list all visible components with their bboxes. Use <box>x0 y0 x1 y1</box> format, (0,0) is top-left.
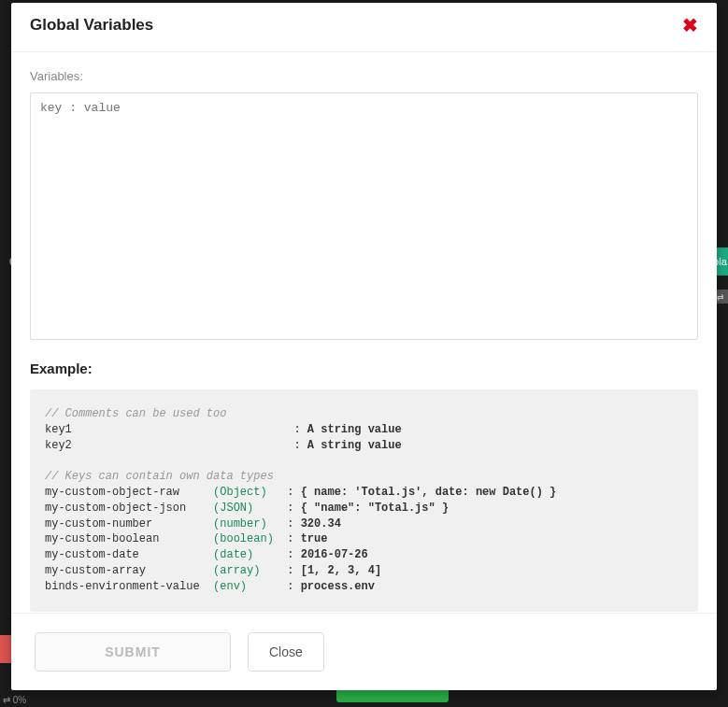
example-key: binds-environment-value <box>45 580 200 593</box>
example-value: { name: 'Total.js', date: new Date() } <box>301 486 557 499</box>
close-button[interactable]: Close <box>248 632 324 672</box>
variables-input[interactable] <box>30 92 698 340</box>
example-type: (date) <box>213 548 253 561</box>
example-comment: // Comments can be used too <box>45 407 226 420</box>
example-key: my-custom-boolean <box>45 532 159 545</box>
modal-header: Global Variables ✖ <box>11 3 717 52</box>
example-key: my-custom-number <box>45 517 152 530</box>
variables-label: Variables: <box>30 69 698 83</box>
example-type: (number) <box>213 517 267 530</box>
global-variables-modal: Global Variables ✖ Variables: Example: /… <box>11 3 717 690</box>
modal-footer: SUBMIT Close <box>11 613 717 690</box>
example-value: true <box>301 532 328 545</box>
close-icon[interactable]: ✖ <box>682 16 698 35</box>
example-value: [1, 2, 3, 4] <box>301 564 381 577</box>
example-value: process.env <box>301 580 375 593</box>
modal-title: Global Variables <box>30 16 153 35</box>
example-key: my-custom-array <box>45 564 146 577</box>
example-comment: // Keys can contain own data types <box>45 470 274 483</box>
example-key: my-custom-object-raw <box>45 486 179 499</box>
example-value: A string value <box>307 423 402 436</box>
example-value: 320.34 <box>301 517 341 530</box>
example-type: (JSON) <box>213 502 253 515</box>
example-type: (env) <box>213 580 247 593</box>
bg-badge-red <box>0 635 11 663</box>
example-type: (array) <box>213 564 260 577</box>
example-key: key2 <box>45 439 72 452</box>
example-type: (Object) <box>213 486 267 499</box>
example-value: A string value <box>307 439 402 452</box>
status-text: ⇄ 0% <box>3 695 26 705</box>
example-heading: Example: <box>30 361 698 376</box>
example-key: my-custom-date <box>45 548 139 561</box>
submit-button[interactable]: SUBMIT <box>35 632 231 672</box>
example-type: (boolean) <box>213 532 274 545</box>
modal-body: Variables: Example: // Comments can be u… <box>11 52 717 613</box>
example-value: { "name": "Total.js" } <box>301 502 449 515</box>
example-code-block: // Comments can be used too key1 : A str… <box>30 389 698 612</box>
example-value: 2016-07-26 <box>301 548 368 561</box>
example-key: key1 <box>45 423 72 436</box>
example-key: my-custom-object-json <box>45 502 186 515</box>
